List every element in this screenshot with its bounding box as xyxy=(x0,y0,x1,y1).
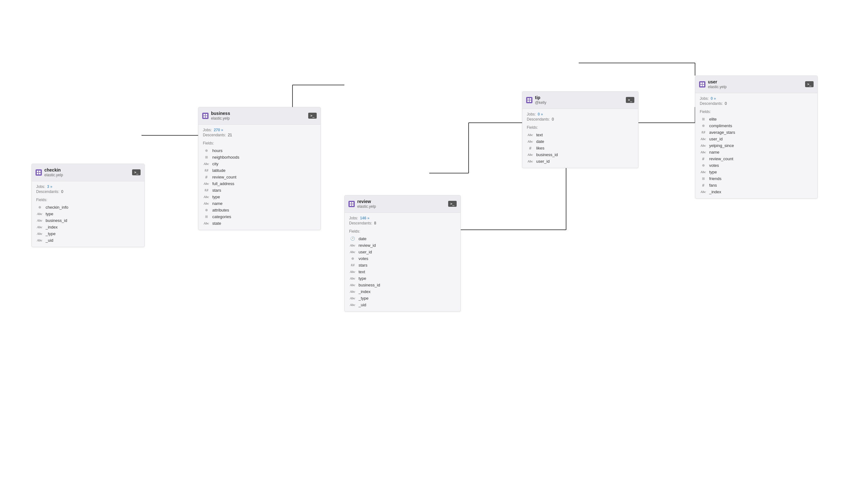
tip-icon xyxy=(526,97,532,103)
abc-icon: Abc xyxy=(349,283,356,287)
checkin-name: checkin xyxy=(44,167,63,173)
hash-icon: # xyxy=(700,183,707,188)
business-fields-label: Fields: xyxy=(198,140,320,147)
abc-icon: Abc xyxy=(36,225,43,229)
abc-icon: Abc xyxy=(203,195,210,199)
svg-rect-11 xyxy=(352,204,353,206)
user-icon xyxy=(699,81,705,87)
abc-icon: Abc xyxy=(203,221,210,225)
abc-icon: Abc xyxy=(349,290,356,293)
svg-rect-4 xyxy=(204,114,205,116)
svg-rect-15 xyxy=(530,101,531,102)
abc-icon: Abc xyxy=(349,250,356,254)
field-text: Abc text xyxy=(345,268,460,275)
checkin-terminal-btn[interactable]: >_ xyxy=(132,169,141,175)
network-icon: ⊕ xyxy=(700,163,707,168)
svg-rect-2 xyxy=(37,173,38,174)
field-yelping_since: Abc yelping_since xyxy=(695,142,817,149)
abc-icon: Abc xyxy=(700,190,707,194)
abc-icon: Abc xyxy=(527,133,534,137)
svg-rect-17 xyxy=(703,83,704,84)
svg-rect-3 xyxy=(39,173,40,174)
svg-rect-14 xyxy=(527,101,529,102)
svg-rect-19 xyxy=(703,85,704,86)
abc-icon: Abc xyxy=(349,296,356,300)
field-review-stars: #.# stars xyxy=(345,262,460,268)
abc-icon: Abc xyxy=(700,150,707,154)
review-fields-label: Fields: xyxy=(345,228,460,235)
grid-icon: ⊞ xyxy=(203,155,210,159)
user-card: user elastic.yelp >_ Jobs: 0 » Descendan… xyxy=(695,76,818,199)
svg-rect-16 xyxy=(701,83,702,84)
svg-rect-1 xyxy=(39,171,40,172)
field-compliments: ⊕ compliments xyxy=(695,122,817,129)
grid-icon: ⊞ xyxy=(700,117,707,121)
field-friends: ⊞ friends xyxy=(695,175,817,182)
field-user-review_count: # review_count xyxy=(695,155,817,162)
abc-icon: Abc xyxy=(349,243,356,247)
user-subtitle: elastic.yelp xyxy=(708,85,726,90)
field-tip-business_id: Abc business_id xyxy=(522,151,638,158)
abc-icon: Abc xyxy=(527,139,534,143)
field-average_stars: #.# average_stars xyxy=(695,129,817,136)
hash-icon: # xyxy=(527,146,534,150)
tip-jobs-value[interactable]: 0 » xyxy=(538,112,543,116)
field-checkin-business_id: Abc business_id xyxy=(32,217,144,224)
business-header: business elastic.yelp >_ xyxy=(198,107,320,125)
dblhash-icon: #.# xyxy=(349,263,356,267)
field-likes: # likes xyxy=(522,145,638,151)
svg-rect-7 xyxy=(206,116,207,118)
grid-icon: ⊞ xyxy=(700,177,707,181)
review-name: review xyxy=(357,199,376,204)
field-city: Abc city xyxy=(198,161,320,167)
field-fans: # fans xyxy=(695,182,817,189)
checkin-header: checkin elastic.yelp >_ xyxy=(32,164,144,181)
business-terminal-btn[interactable]: >_ xyxy=(308,113,317,119)
svg-rect-10 xyxy=(350,204,351,206)
dblhash-icon: #.# xyxy=(203,169,210,172)
field-checkin-_type: Abc _type xyxy=(32,230,144,237)
field-review-date: 🕐 date xyxy=(345,235,460,242)
field-tip-text: Abc text xyxy=(522,132,638,138)
network-icon: ⊕ xyxy=(700,124,707,128)
field-attributes: ⊕ attributes xyxy=(198,207,320,213)
field-full_address: Abc full_address xyxy=(198,180,320,187)
user-jobs-value[interactable]: 0 » xyxy=(711,96,716,101)
review-subtitle: elastic.yelp xyxy=(357,204,376,209)
field-checkin-type: Abc type xyxy=(32,210,144,217)
field-user-name: Abc name xyxy=(695,149,817,155)
abc-icon: Abc xyxy=(36,219,43,222)
abc-icon: Abc xyxy=(349,270,356,274)
business-jobs-value[interactable]: 270 » xyxy=(214,128,223,132)
field-business-type: Abc type xyxy=(198,194,320,200)
user-header: user elastic.yelp >_ xyxy=(695,76,817,93)
abc-icon: Abc xyxy=(203,182,210,185)
review-jobs-value[interactable]: 146 » xyxy=(360,216,370,220)
checkin-card: checkin elastic.yelp >_ Jobs: 3 » Descen… xyxy=(31,164,145,247)
review-header: review elastic.yelp >_ xyxy=(345,196,460,213)
tip-header: tip @kelly >_ xyxy=(522,92,638,109)
abc-icon: Abc xyxy=(203,201,210,205)
tip-terminal-btn[interactable]: >_ xyxy=(626,97,634,103)
network-icon: ⊕ xyxy=(203,149,210,153)
review-meta: Jobs: 146 » Descendants: 8 xyxy=(345,213,460,228)
checkin-meta: Jobs: 3 » Descendants: 0 xyxy=(32,181,144,196)
tip-card: tip @kelly >_ Jobs: 0 » Descendants: 0 F… xyxy=(522,91,639,168)
field-review-type: Abc type xyxy=(345,275,460,282)
abc-icon: Abc xyxy=(700,137,707,141)
abc-icon: Abc xyxy=(203,162,210,166)
checkin-jobs-value[interactable]: 3 » xyxy=(47,184,53,189)
field-checkin-uid: Abc _uid xyxy=(32,237,144,244)
review-terminal-btn[interactable]: >_ xyxy=(448,201,457,207)
tip-meta: Jobs: 0 » Descendants: 0 xyxy=(522,109,638,124)
user-terminal-btn[interactable]: >_ xyxy=(805,81,814,87)
checkin-fields-label: Fields: xyxy=(32,196,144,204)
business-card: business elastic.yelp >_ Jobs: 270 » Des… xyxy=(198,107,321,230)
field-votes: ⊕ votes xyxy=(345,255,460,262)
field-state: Abc state xyxy=(198,220,320,227)
field-review-user_id: Abc user_id xyxy=(345,249,460,255)
field-user_id: Abc user_id xyxy=(695,136,817,142)
svg-rect-5 xyxy=(206,114,207,116)
svg-rect-9 xyxy=(352,202,353,204)
grid-icon: ⊞ xyxy=(203,215,210,219)
